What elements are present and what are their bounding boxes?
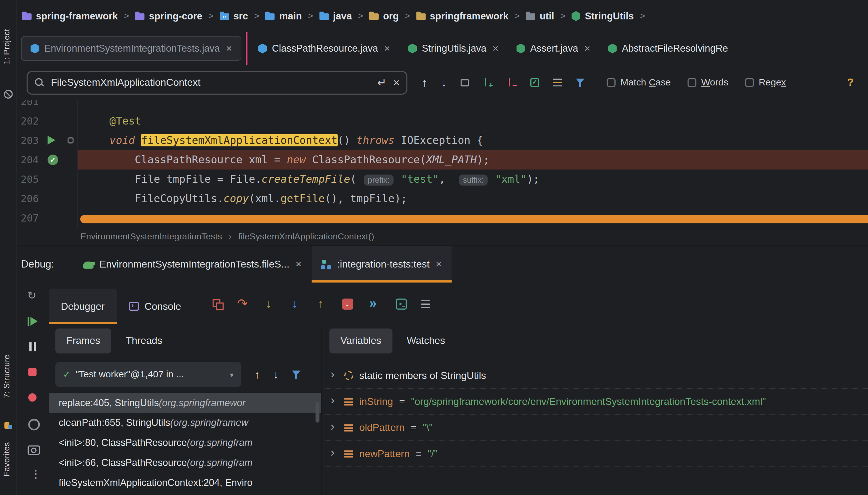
bookmarks-icon[interactable] xyxy=(4,421,13,430)
tab-watches[interactable]: Watches xyxy=(395,328,456,354)
debug-session-tab[interactable]: EnvironmentSystemIntegrationTests.fileS.… xyxy=(73,246,312,283)
settings-icon[interactable] xyxy=(420,298,431,309)
stack-frame-row[interactable]: cleanPath:655, StringUtils (org.springfr… xyxy=(49,413,321,433)
breadcrumb-item[interactable]: java xyxy=(319,10,352,22)
stack-frame-row[interactable]: replace:405, StringUtils (org.springfram… xyxy=(49,393,321,413)
line-number[interactable]: 204 xyxy=(17,150,39,170)
code-line[interactable]: 206 FileCopyUtils.copy(xml.getFile(), tm… xyxy=(17,189,868,208)
resume-icon[interactable] xyxy=(27,316,38,327)
highlight-results-icon[interactable] xyxy=(553,79,562,86)
regex-checkbox[interactable] xyxy=(745,78,754,87)
breadcrumb-item[interactable]: src xyxy=(219,10,248,22)
search-field[interactable]: FileSystemXmlApplicationContext ↵ × xyxy=(26,71,407,95)
stack-frame-row[interactable]: <init>:66, ClassPathResource (org.spring… xyxy=(49,453,321,473)
pause-icon[interactable] xyxy=(27,341,38,352)
rerun-icon[interactable] xyxy=(27,290,38,301)
close-icon[interactable]: × xyxy=(493,42,499,54)
thread-dump-icon[interactable] xyxy=(27,443,38,454)
close-icon[interactable]: × xyxy=(584,42,590,54)
editor-tab[interactable]: Assert.java× xyxy=(508,32,599,65)
stripe-item-structure[interactable]: 7: Structure xyxy=(2,355,11,398)
next-frame-icon[interactable]: ↓ xyxy=(273,369,279,380)
help-icon[interactable]: ? xyxy=(847,76,854,88)
stripe-tool-icon[interactable] xyxy=(4,90,13,99)
variable-row[interactable]: ›newPattern="/" xyxy=(322,441,868,467)
scrollbar-thumb[interactable] xyxy=(316,402,319,423)
debug-session-tab[interactable]: :integration-tests:test× xyxy=(312,246,452,283)
stripe-item-favorites[interactable]: Favorites xyxy=(2,442,11,477)
chevron-right-icon[interactable]: › xyxy=(331,395,338,407)
previous-occurrence-icon[interactable]: ↑ xyxy=(422,77,427,88)
editor-tab[interactable]: EnvironmentSystemIntegrationTests.java× xyxy=(21,36,242,61)
code-editor[interactable]: 201202 @Test203 void fileSystemXmlApplic… xyxy=(17,100,868,227)
tab-variables[interactable]: Variables xyxy=(329,328,392,354)
words-checkbox[interactable] xyxy=(687,78,696,87)
tab-console[interactable]: Console xyxy=(117,289,193,324)
remove-selection-icon[interactable] xyxy=(507,78,516,88)
more-icon[interactable] xyxy=(27,469,38,480)
editor-tab[interactable]: AbstractFileResolvingRe xyxy=(599,32,737,65)
editor-progress-bar[interactable] xyxy=(81,215,868,223)
show-execution-point-icon[interactable] xyxy=(212,298,223,309)
editor-breadcrumb-item[interactable]: fileSystemXmlApplicationContext() xyxy=(238,232,374,242)
code-line[interactable]: 202 @Test xyxy=(17,112,868,131)
tab-threads[interactable]: Threads xyxy=(115,328,174,354)
hide-frames-filter-icon[interactable] xyxy=(292,371,300,379)
next-occurrence-icon[interactable]: ↓ xyxy=(441,77,447,88)
drop-frame-icon[interactable] xyxy=(342,298,353,309)
chevron-right-icon[interactable]: › xyxy=(331,368,338,380)
close-icon[interactable]: × xyxy=(296,258,302,270)
code-line[interactable]: 205 File tmpFile = File.createTempFile( … xyxy=(17,170,868,189)
mute-breakpoints-icon[interactable] xyxy=(27,418,38,429)
words-toggle[interactable]: Words xyxy=(687,77,728,88)
previous-frame-icon[interactable]: ↑ xyxy=(254,369,260,380)
line-number[interactable]: 207 xyxy=(17,208,39,228)
variable-row[interactable]: ›inString="org/springframework/core/env/… xyxy=(322,389,868,415)
stop-icon[interactable] xyxy=(27,367,38,378)
search-input[interactable]: FileSystemXmlApplicationContext xyxy=(51,76,371,88)
step-into-icon[interactable] xyxy=(264,298,275,309)
code-line[interactable]: 203 void fileSystemXmlApplicationContext… xyxy=(17,131,868,150)
step-out-icon[interactable] xyxy=(316,298,327,309)
breadcrumb-item[interactable]: main xyxy=(265,10,302,22)
step-over-icon[interactable] xyxy=(238,298,249,309)
chevron-right-icon[interactable]: › xyxy=(331,446,338,459)
line-number[interactable]: 201 xyxy=(17,100,39,111)
stack-frame-row[interactable]: <init>:80, ClassPathResource (org.spring… xyxy=(49,433,321,453)
tab-debugger[interactable]: Debugger xyxy=(49,289,117,324)
close-icon[interactable]: × xyxy=(384,42,390,54)
open-in-find-window-icon[interactable] xyxy=(461,79,469,86)
breadcrumb-item[interactable]: springframework xyxy=(416,10,509,22)
newline-icon[interactable]: ↵ xyxy=(377,77,387,88)
breadcrumb-item[interactable]: org xyxy=(369,10,398,22)
regex-toggle[interactable]: Regex xyxy=(745,77,786,88)
line-number[interactable]: 205 xyxy=(17,170,39,189)
tab-frames[interactable]: Frames xyxy=(55,328,111,354)
breakpoint-verified-icon[interactable]: ✓ xyxy=(48,155,58,165)
editor-tab[interactable]: StringUtils.java× xyxy=(399,32,508,65)
code-line[interactable]: 201 xyxy=(17,100,868,111)
line-number[interactable]: 206 xyxy=(17,189,39,208)
breadcrumb-item[interactable]: spring-framework xyxy=(22,10,118,22)
add-selection-icon[interactable] xyxy=(483,78,493,88)
run-test-icon[interactable] xyxy=(48,136,55,144)
clear-search-icon[interactable]: × xyxy=(393,77,400,88)
match-case-checkbox[interactable] xyxy=(607,78,615,87)
editor-breadcrumb-item[interactable]: EnvironmentSystemIntegrationTests xyxy=(81,232,222,242)
breakpoints-icon[interactable] xyxy=(27,392,38,403)
match-case-toggle[interactable]: Match Case xyxy=(607,77,671,88)
breadcrumb-item[interactable]: spring-core xyxy=(135,10,202,22)
code-line[interactable]: 204✓ ClassPathResource xml = new ClassPa… xyxy=(17,150,868,170)
evaluate-icon[interactable] xyxy=(396,298,407,309)
variable-row[interactable]: ›oldPattern="\" xyxy=(322,415,868,441)
editor-tab[interactable]: ClassPathResource.java× xyxy=(249,32,399,65)
stack-frame-row[interactable]: fileSystemXmlApplicationContext:204, Env… xyxy=(49,473,321,493)
close-icon[interactable]: × xyxy=(436,258,442,270)
select-all-occurrences-icon[interactable] xyxy=(530,78,539,87)
line-number[interactable]: 202 xyxy=(17,112,39,131)
variable-row[interactable]: ›static members of StringUtils xyxy=(322,363,868,389)
filter-search-icon[interactable] xyxy=(575,79,584,87)
breadcrumb-item[interactable]: StringUtils xyxy=(571,10,634,22)
breadcrumb-item[interactable]: util xyxy=(526,10,554,22)
line-number[interactable]: 203 xyxy=(17,131,39,150)
